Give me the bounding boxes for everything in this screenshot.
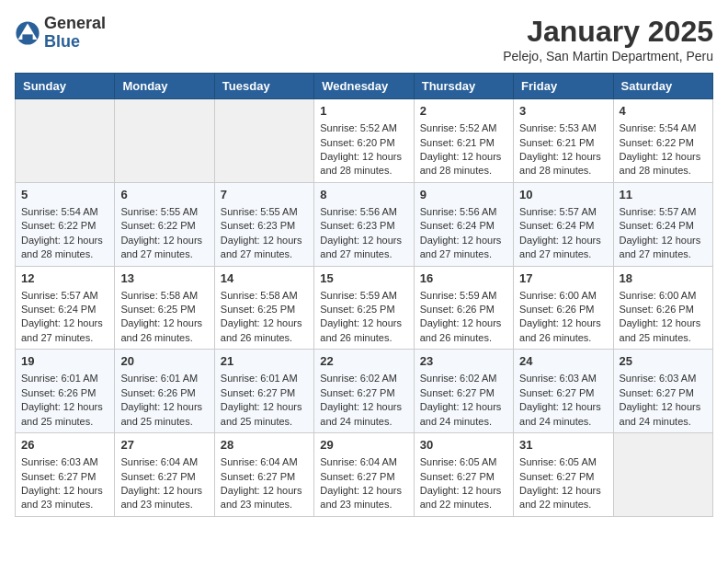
sunset-text: Sunset: 6:27 PM <box>120 470 208 484</box>
calendar-cell: 29Sunrise: 6:04 AMSunset: 6:27 PMDayligh… <box>314 433 414 517</box>
calendar-cell <box>613 433 712 517</box>
day-number: 10 <box>519 187 607 203</box>
sunset-text: Sunset: 6:26 PM <box>620 303 707 316</box>
daylight-text: Daylight: 12 hours and 22 minutes. <box>519 484 607 512</box>
cell-content: 2Sunrise: 5:52 AMSunset: 6:21 PMDaylight… <box>420 103 507 178</box>
sunset-text: Sunset: 6:27 PM <box>420 386 507 400</box>
cell-content: 20Sunrise: 6:01 AMSunset: 6:26 PMDayligh… <box>120 353 208 429</box>
weekday-header-thursday: Thursday <box>414 74 513 99</box>
sunset-text: Sunset: 6:25 PM <box>120 303 208 316</box>
daylight-text: Daylight: 12 hours and 28 minutes. <box>519 150 607 178</box>
day-number: 25 <box>620 353 707 370</box>
sunrise-text: Sunrise: 6:03 AM <box>519 372 607 385</box>
calendar-cell: 26Sunrise: 6:03 AMSunset: 6:27 PMDayligh… <box>16 433 115 517</box>
day-number: 15 <box>320 270 407 287</box>
sunrise-text: Sunrise: 6:01 AM <box>21 372 108 385</box>
daylight-text: Daylight: 12 hours and 28 minutes. <box>21 234 108 262</box>
sunset-text: Sunset: 6:27 PM <box>519 386 607 400</box>
daylight-text: Daylight: 12 hours and 26 minutes. <box>519 316 607 345</box>
sunset-text: Sunset: 6:26 PM <box>21 386 108 400</box>
day-number: 9 <box>420 187 507 203</box>
calendar-cell <box>115 99 214 183</box>
calendar-cell: 25Sunrise: 6:03 AMSunset: 6:27 PMDayligh… <box>613 350 712 433</box>
daylight-text: Daylight: 12 hours and 23 minutes. <box>320 484 407 512</box>
sunrise-text: Sunrise: 6:00 AM <box>519 289 607 303</box>
day-number: 29 <box>320 437 407 454</box>
daylight-text: Daylight: 12 hours and 26 minutes. <box>320 316 407 345</box>
sunrise-text: Sunrise: 6:04 AM <box>320 455 407 469</box>
weekday-header-sunday: Sunday <box>16 74 115 99</box>
daylight-text: Daylight: 12 hours and 24 minutes. <box>519 400 607 429</box>
sunrise-text: Sunrise: 6:00 AM <box>620 289 707 303</box>
sunrise-text: Sunrise: 5:54 AM <box>21 205 108 219</box>
sunrise-text: Sunrise: 5:55 AM <box>221 205 308 219</box>
sunset-text: Sunset: 6:27 PM <box>320 386 407 400</box>
calendar-cell: 4Sunrise: 5:54 AMSunset: 6:22 PMDaylight… <box>613 99 712 183</box>
daylight-text: Daylight: 12 hours and 28 minutes. <box>420 150 507 178</box>
weekday-header-monday: Monday <box>115 74 214 99</box>
sunset-text: Sunset: 6:27 PM <box>519 470 607 484</box>
calendar-cell: 24Sunrise: 6:03 AMSunset: 6:27 PMDayligh… <box>514 350 613 433</box>
day-number: 7 <box>221 187 308 203</box>
sunset-text: Sunset: 6:23 PM <box>221 219 308 233</box>
day-number: 12 <box>21 270 108 287</box>
day-number: 30 <box>420 437 507 454</box>
cell-content: 25Sunrise: 6:03 AMSunset: 6:27 PMDayligh… <box>620 353 707 429</box>
sunset-text: Sunset: 6:22 PM <box>620 136 707 150</box>
calendar-cell: 18Sunrise: 6:00 AMSunset: 6:26 PMDayligh… <box>613 266 712 350</box>
daylight-text: Daylight: 12 hours and 26 minutes. <box>221 316 308 345</box>
sunrise-text: Sunrise: 5:56 AM <box>420 205 507 219</box>
cell-content: 27Sunrise: 6:04 AMSunset: 6:27 PMDayligh… <box>120 437 208 512</box>
calendar-week-row: 19Sunrise: 6:01 AMSunset: 6:26 PMDayligh… <box>16 350 713 433</box>
daylight-text: Daylight: 12 hours and 25 minutes. <box>120 400 208 429</box>
cell-content: 7Sunrise: 5:55 AMSunset: 6:23 PMDaylight… <box>221 187 308 262</box>
daylight-text: Daylight: 12 hours and 27 minutes. <box>519 234 607 262</box>
day-number: 6 <box>120 187 208 203</box>
day-number: 31 <box>519 437 607 454</box>
calendar-cell: 15Sunrise: 5:59 AMSunset: 6:25 PMDayligh… <box>314 266 414 350</box>
calendar-cell: 30Sunrise: 6:05 AMSunset: 6:27 PMDayligh… <box>414 433 513 517</box>
daylight-text: Daylight: 12 hours and 25 minutes. <box>221 400 308 429</box>
cell-content: 6Sunrise: 5:55 AMSunset: 6:22 PMDaylight… <box>120 187 208 262</box>
sunrise-text: Sunrise: 6:04 AM <box>120 455 208 469</box>
weekday-header-friday: Friday <box>514 74 613 99</box>
calendar-cell: 1Sunrise: 5:52 AMSunset: 6:20 PMDaylight… <box>314 99 414 183</box>
cell-content: 5Sunrise: 5:54 AMSunset: 6:22 PMDaylight… <box>21 187 108 262</box>
day-number: 13 <box>120 270 208 287</box>
sunrise-text: Sunrise: 6:05 AM <box>420 455 507 469</box>
svg-rect-2 <box>22 34 32 40</box>
page-header: General Blue January 2025 Pelejo, San Ma… <box>15 15 713 63</box>
sunset-text: Sunset: 6:26 PM <box>420 303 507 316</box>
sunrise-text: Sunrise: 5:57 AM <box>21 289 108 303</box>
daylight-text: Daylight: 12 hours and 27 minutes. <box>620 234 707 262</box>
month-title: January 2025 <box>503 15 713 49</box>
sunrise-text: Sunrise: 6:03 AM <box>21 455 108 469</box>
sunrise-text: Sunrise: 5:55 AM <box>120 205 208 219</box>
daylight-text: Daylight: 12 hours and 23 minutes. <box>21 484 108 512</box>
calendar-week-row: 12Sunrise: 5:57 AMSunset: 6:24 PMDayligh… <box>16 266 713 350</box>
calendar-body: 1Sunrise: 5:52 AMSunset: 6:20 PMDaylight… <box>16 99 713 517</box>
sunrise-text: Sunrise: 5:57 AM <box>620 205 707 219</box>
calendar-cell <box>214 99 313 183</box>
calendar-cell: 17Sunrise: 6:00 AMSunset: 6:26 PMDayligh… <box>514 266 613 350</box>
cell-content: 26Sunrise: 6:03 AMSunset: 6:27 PMDayligh… <box>21 437 108 512</box>
cell-content: 11Sunrise: 5:57 AMSunset: 6:24 PMDayligh… <box>620 187 707 262</box>
calendar-week-row: 1Sunrise: 5:52 AMSunset: 6:20 PMDaylight… <box>16 99 713 183</box>
daylight-text: Daylight: 12 hours and 25 minutes. <box>21 400 108 429</box>
daylight-text: Daylight: 12 hours and 27 minutes. <box>120 234 208 262</box>
daylight-text: Daylight: 12 hours and 27 minutes. <box>221 234 308 262</box>
sunset-text: Sunset: 6:26 PM <box>519 303 607 316</box>
day-number: 3 <box>519 103 607 120</box>
sunrise-text: Sunrise: 6:02 AM <box>420 372 507 385</box>
day-number: 8 <box>320 187 407 203</box>
calendar-cell: 19Sunrise: 6:01 AMSunset: 6:26 PMDayligh… <box>16 350 115 433</box>
calendar-cell: 5Sunrise: 5:54 AMSunset: 6:22 PMDaylight… <box>16 182 115 266</box>
day-number: 17 <box>519 270 607 287</box>
daylight-text: Daylight: 12 hours and 24 minutes. <box>620 400 707 429</box>
day-number: 5 <box>21 187 108 203</box>
day-number: 14 <box>221 270 308 287</box>
daylight-text: Daylight: 12 hours and 24 minutes. <box>420 400 507 429</box>
cell-content: 12Sunrise: 5:57 AMSunset: 6:24 PMDayligh… <box>21 270 108 346</box>
cell-content: 16Sunrise: 5:59 AMSunset: 6:26 PMDayligh… <box>420 270 507 346</box>
daylight-text: Daylight: 12 hours and 27 minutes. <box>320 234 407 262</box>
